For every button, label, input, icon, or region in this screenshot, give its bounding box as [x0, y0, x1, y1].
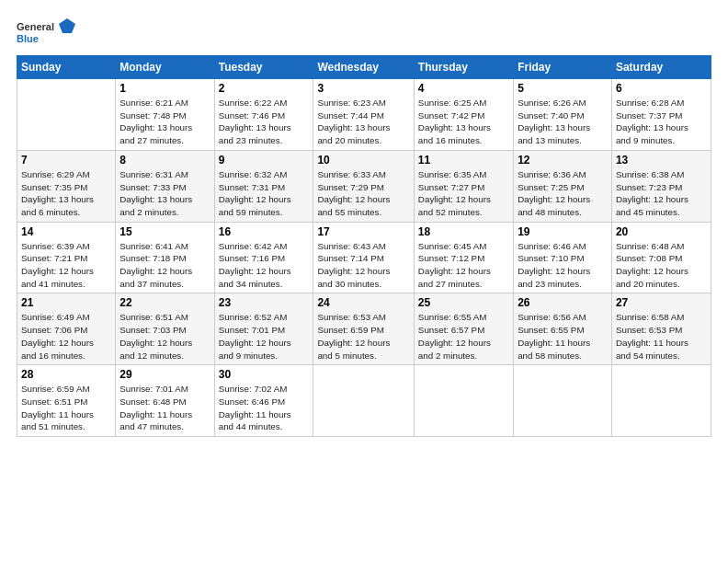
calendar-cell: 16Sunrise: 6:42 AMSunset: 7:16 PMDayligh… — [214, 222, 313, 293]
calendar-cell: 8Sunrise: 6:31 AMSunset: 7:33 PMDaylight… — [116, 150, 214, 222]
weekday-header-tuesday: Tuesday — [214, 56, 313, 79]
day-number: 3 — [317, 82, 409, 95]
day-number: 10 — [317, 154, 409, 167]
weekday-header-row: SundayMondayTuesdayWednesdayThursdayFrid… — [17, 56, 711, 79]
day-info: Sunrise: 6:38 AMSunset: 7:23 PMDaylight:… — [616, 168, 707, 219]
day-info: Sunrise: 6:48 AMSunset: 7:08 PMDaylight:… — [616, 240, 707, 291]
calendar-cell: 30Sunrise: 7:02 AMSunset: 6:46 PMDayligh… — [214, 365, 313, 437]
day-number: 7 — [21, 154, 111, 167]
svg-marker-2 — [59, 18, 75, 33]
day-number: 20 — [616, 225, 707, 238]
calendar-cell: 26Sunrise: 6:56 AMSunset: 6:55 PMDayligh… — [514, 293, 612, 365]
calendar-cell: 3Sunrise: 6:23 AMSunset: 7:44 PMDaylight… — [313, 79, 414, 151]
day-info: Sunrise: 6:59 AMSunset: 6:51 PMDaylight:… — [21, 383, 111, 433]
day-info: Sunrise: 6:45 AMSunset: 7:12 PMDaylight:… — [418, 240, 509, 291]
page: General Blue SundayMondayTuesdayWednesda… — [0, 0, 728, 563]
day-number: 28 — [21, 368, 111, 381]
calendar-cell — [313, 365, 414, 437]
calendar-cell: 4Sunrise: 6:25 AMSunset: 7:42 PMDaylight… — [414, 79, 513, 151]
calendar-week-4: 21Sunrise: 6:49 AMSunset: 7:06 PMDayligh… — [17, 293, 711, 365]
day-info: Sunrise: 6:43 AMSunset: 7:14 PMDaylight:… — [317, 240, 409, 291]
day-info: Sunrise: 6:51 AMSunset: 7:03 PMDaylight:… — [119, 311, 210, 362]
day-info: Sunrise: 6:21 AMSunset: 7:48 PMDaylight:… — [119, 97, 210, 147]
day-number: 4 — [418, 82, 509, 95]
day-number: 21 — [21, 296, 111, 309]
calendar-cell: 28Sunrise: 6:59 AMSunset: 6:51 PMDayligh… — [17, 365, 116, 437]
weekday-header-monday: Monday — [116, 56, 214, 79]
calendar-cell: 12Sunrise: 6:36 AMSunset: 7:25 PMDayligh… — [514, 150, 612, 222]
calendar-week-2: 7Sunrise: 6:29 AMSunset: 7:35 PMDaylight… — [17, 150, 711, 222]
day-info: Sunrise: 6:29 AMSunset: 7:35 PMDaylight:… — [21, 168, 111, 219]
day-info: Sunrise: 6:26 AMSunset: 7:40 PMDaylight:… — [518, 97, 608, 147]
calendar-cell: 6Sunrise: 6:28 AMSunset: 7:37 PMDaylight… — [611, 79, 711, 151]
day-number: 25 — [418, 296, 509, 309]
day-info: Sunrise: 6:36 AMSunset: 7:25 PMDaylight:… — [518, 168, 608, 219]
logo: General Blue — [17, 17, 81, 46]
weekday-header-thursday: Thursday — [414, 56, 513, 79]
calendar-cell: 23Sunrise: 6:52 AMSunset: 7:01 PMDayligh… — [214, 293, 313, 365]
day-number: 17 — [317, 225, 409, 238]
calendar-week-3: 14Sunrise: 6:39 AMSunset: 7:21 PMDayligh… — [17, 222, 711, 293]
calendar-cell — [17, 79, 116, 151]
calendar-cell: 11Sunrise: 6:35 AMSunset: 7:27 PMDayligh… — [414, 150, 513, 222]
svg-text:Blue: Blue — [17, 33, 39, 44]
calendar-cell: 13Sunrise: 6:38 AMSunset: 7:23 PMDayligh… — [611, 150, 711, 222]
weekday-header-friday: Friday — [514, 56, 612, 79]
weekday-header-sunday: Sunday — [17, 56, 116, 79]
calendar-cell: 29Sunrise: 7:01 AMSunset: 6:48 PMDayligh… — [116, 365, 214, 437]
calendar-cell — [611, 365, 711, 437]
calendar-cell: 24Sunrise: 6:53 AMSunset: 6:59 PMDayligh… — [313, 293, 414, 365]
calendar-cell: 20Sunrise: 6:48 AMSunset: 7:08 PMDayligh… — [611, 222, 711, 293]
day-number: 14 — [21, 225, 111, 238]
calendar-table: SundayMondayTuesdayWednesdayThursdayFrid… — [17, 55, 711, 437]
day-info: Sunrise: 6:46 AMSunset: 7:10 PMDaylight:… — [518, 240, 608, 291]
day-info: Sunrise: 6:55 AMSunset: 6:57 PMDaylight:… — [418, 311, 509, 362]
day-number: 18 — [418, 225, 509, 238]
day-info: Sunrise: 6:52 AMSunset: 7:01 PMDaylight:… — [219, 311, 310, 362]
day-info: Sunrise: 7:01 AMSunset: 6:48 PMDaylight:… — [119, 383, 210, 433]
day-number: 26 — [518, 296, 608, 309]
day-number: 19 — [518, 225, 608, 238]
calendar-cell: 5Sunrise: 6:26 AMSunset: 7:40 PMDaylight… — [514, 79, 612, 151]
day-info: Sunrise: 6:39 AMSunset: 7:21 PMDaylight:… — [21, 240, 111, 291]
day-number: 5 — [518, 82, 608, 95]
calendar-cell: 7Sunrise: 6:29 AMSunset: 7:35 PMDaylight… — [17, 150, 116, 222]
calendar-cell: 22Sunrise: 6:51 AMSunset: 7:03 PMDayligh… — [116, 293, 214, 365]
day-info: Sunrise: 6:58 AMSunset: 6:53 PMDaylight:… — [616, 311, 707, 362]
day-number: 1 — [119, 82, 210, 95]
calendar-cell: 27Sunrise: 6:58 AMSunset: 6:53 PMDayligh… — [611, 293, 711, 365]
day-number: 16 — [219, 225, 310, 238]
calendar-cell: 14Sunrise: 6:39 AMSunset: 7:21 PMDayligh… — [17, 222, 116, 293]
day-info: Sunrise: 7:02 AMSunset: 6:46 PMDaylight:… — [219, 383, 310, 433]
day-info: Sunrise: 6:53 AMSunset: 6:59 PMDaylight:… — [317, 311, 409, 362]
calendar-cell: 25Sunrise: 6:55 AMSunset: 6:57 PMDayligh… — [414, 293, 513, 365]
day-number: 30 — [219, 368, 310, 381]
calendar-cell — [514, 365, 612, 437]
day-number: 23 — [219, 296, 310, 309]
day-number: 13 — [616, 154, 707, 167]
day-info: Sunrise: 6:41 AMSunset: 7:18 PMDaylight:… — [119, 240, 210, 291]
weekday-header-saturday: Saturday — [611, 56, 711, 79]
calendar-cell: 18Sunrise: 6:45 AMSunset: 7:12 PMDayligh… — [414, 222, 513, 293]
calendar-cell: 10Sunrise: 6:33 AMSunset: 7:29 PMDayligh… — [313, 150, 414, 222]
day-number: 11 — [418, 154, 509, 167]
calendar-week-1: 1Sunrise: 6:21 AMSunset: 7:48 PMDaylight… — [17, 79, 711, 151]
calendar-week-5: 28Sunrise: 6:59 AMSunset: 6:51 PMDayligh… — [17, 365, 711, 437]
day-number: 29 — [119, 368, 210, 381]
day-number: 27 — [616, 296, 707, 309]
calendar-cell: 15Sunrise: 6:41 AMSunset: 7:18 PMDayligh… — [116, 222, 214, 293]
day-info: Sunrise: 6:33 AMSunset: 7:29 PMDaylight:… — [317, 168, 409, 219]
day-info: Sunrise: 6:42 AMSunset: 7:16 PMDaylight:… — [219, 240, 310, 291]
day-info: Sunrise: 6:22 AMSunset: 7:46 PMDaylight:… — [219, 97, 310, 147]
day-info: Sunrise: 6:32 AMSunset: 7:31 PMDaylight:… — [219, 168, 310, 219]
day-info: Sunrise: 6:23 AMSunset: 7:44 PMDaylight:… — [317, 97, 409, 147]
header: General Blue — [17, 17, 711, 46]
logo-icon: General Blue — [17, 17, 81, 46]
calendar-cell: 19Sunrise: 6:46 AMSunset: 7:10 PMDayligh… — [514, 222, 612, 293]
day-info: Sunrise: 6:31 AMSunset: 7:33 PMDaylight:… — [119, 168, 210, 219]
calendar-cell: 1Sunrise: 6:21 AMSunset: 7:48 PMDaylight… — [116, 79, 214, 151]
calendar-cell: 2Sunrise: 6:22 AMSunset: 7:46 PMDaylight… — [214, 79, 313, 151]
day-number: 15 — [119, 225, 210, 238]
calendar-cell: 9Sunrise: 6:32 AMSunset: 7:31 PMDaylight… — [214, 150, 313, 222]
svg-text:General: General — [17, 21, 54, 32]
